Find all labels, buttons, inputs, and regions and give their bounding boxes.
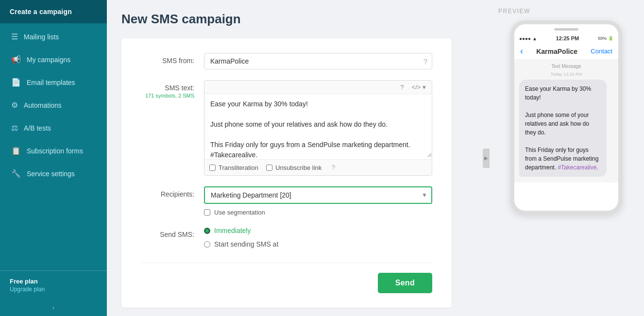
plan-name: Free plan: [10, 278, 97, 285]
transliteration-label: Transliteration: [219, 164, 258, 171]
sms-text-row: SMS text: 171 symbols, 2 SMS ? </> ▾ Eas…: [141, 80, 432, 176]
recipients-select-wrapper: Marketing Department [20] All subscriber…: [204, 186, 432, 204]
phone-messages: Text Message Today 12:24 PM Ease your Ka…: [514, 60, 618, 183]
msg-date-sub: Today 12:24 PM: [519, 72, 613, 77]
transliteration-checkbox-label[interactable]: Transliteration: [209, 164, 258, 171]
immediately-option[interactable]: Immediately: [204, 227, 432, 234]
subscription-forms-icon: 📋: [11, 146, 21, 155]
sms-symbols-count: 171 symbols, 2 SMS: [141, 93, 194, 99]
phone-mockup: ●●●● ▲ 12:25 PM 50% 🔋 ‹ KarmaPolice Cont…: [510, 20, 622, 215]
collapse-icon: ‹: [52, 304, 54, 311]
recipients-select[interactable]: Marketing Department [20] All subscriber…: [204, 186, 432, 204]
phone-contact-name: KarmaPolice: [536, 48, 577, 55]
start-sending-radio[interactable]: [204, 241, 210, 248]
preview-collapse-button[interactable]: ▶: [483, 149, 490, 168]
use-segmentation-row: Use segmentation: [204, 209, 432, 216]
sms-from-label: SMS from:: [141, 53, 204, 65]
sidebar-item-my-campaigns[interactable]: 📢 My campaigns: [0, 48, 107, 71]
msg-line3-highlight: #Takecarealive.: [558, 164, 598, 171]
email-templates-icon: 📄: [11, 78, 21, 87]
send-sms-label: Send SMS:: [141, 227, 204, 238]
start-sending-option[interactable]: Start sending SMS at: [204, 240, 432, 248]
send-sms-field: Immediately Start sending SMS at: [204, 227, 432, 248]
sms-textarea-wrapper: ? </> ▾ Ease your Karma by 30% today! Ju…: [204, 80, 432, 176]
sms-options-row: Transliteration Unsubscribe link ?: [204, 159, 432, 175]
sidebar-item-label: Service settings: [27, 170, 75, 178]
phone-nav: ‹ KarmaPolice Contact: [514, 43, 618, 60]
sidebar-item-label: Email templates: [27, 79, 75, 86]
code-toolbar-button[interactable]: </> ▾: [410, 83, 428, 92]
automations-icon: ⚙: [11, 100, 18, 110]
sidebar-item-label: Automations: [24, 101, 62, 109]
phone-time: 12:25 PM: [556, 35, 579, 41]
use-segmentation-checkbox[interactable]: [204, 209, 210, 216]
send-button[interactable]: Send: [378, 273, 432, 293]
phone-speaker: [554, 28, 578, 31]
sidebar-item-email-templates[interactable]: 📄 Email templates: [0, 71, 107, 94]
phone-back-icon: ‹: [520, 46, 523, 56]
sidebar-nav: ☰ Mailing lists 📢 My campaigns 📄 Email t…: [0, 23, 107, 270]
sidebar-item-label: A/B tests: [24, 124, 51, 132]
msg-line1: Ease your Karma by 30% today!: [525, 85, 591, 101]
unsubscribe-checkbox-label[interactable]: Unsubscribe link: [266, 164, 322, 171]
upgrade-link[interactable]: Upgrade plan: [10, 286, 97, 293]
phone-contact-link: Contact: [591, 48, 612, 55]
msg-line2: Just phone some of your relatives and as…: [525, 112, 589, 136]
service-settings-icon: 🔧: [11, 169, 21, 178]
immediately-radio[interactable]: [204, 228, 210, 234]
sms-from-row: SMS from: ?: [141, 53, 432, 69]
sidebar-collapse-button[interactable]: ‹: [0, 299, 107, 316]
form-card: SMS from: ? SMS text: 171 symbols, 2 SMS…: [121, 38, 452, 308]
sidebar-item-label: My campaigns: [27, 56, 70, 64]
sidebar-item-service-settings[interactable]: 🔧 Service settings: [0, 162, 107, 185]
collapse-chevron-icon: ▶: [484, 155, 488, 161]
unsubscribe-help-icon[interactable]: ?: [331, 164, 335, 171]
sidebar-item-subscription-forms[interactable]: 📋 Subscription forms: [0, 139, 107, 162]
recipients-row: Recipients: Marketing Department [20] Al…: [141, 186, 432, 216]
sidebar-footer: Free plan Upgrade plan: [0, 270, 107, 299]
transliteration-checkbox[interactable]: [209, 165, 216, 171]
sms-from-field: ?: [204, 53, 432, 69]
sms-text-textarea[interactable]: Ease your Karma by 30% today! Just phone…: [204, 94, 432, 157]
create-campaign-button[interactable]: Create a campaign: [0, 0, 107, 23]
button-row: Send: [141, 263, 432, 293]
sms-text-field: ? </> ▾ Ease your Karma by 30% today! Ju…: [204, 80, 432, 176]
sms-from-help-icon[interactable]: ?: [424, 57, 427, 66]
phone-battery: 50% 🔋: [598, 36, 613, 41]
sms-text-label: SMS text: 171 symbols, 2 SMS: [141, 80, 204, 99]
sidebar: Create a campaign ☰ Mailing lists 📢 My c…: [0, 0, 107, 316]
my-campaigns-icon: 📢: [11, 55, 21, 64]
phone-status-bar: ●●●● ▲ 12:25 PM 50% 🔋: [514, 33, 618, 43]
sidebar-item-label: Mailing lists: [24, 33, 59, 41]
ab-tests-icon: ⚖: [11, 123, 18, 133]
help-toolbar-button[interactable]: ?: [398, 83, 406, 92]
sidebar-item-mailing-lists[interactable]: ☰ Mailing lists: [0, 25, 107, 48]
sms-from-input-wrapper: ?: [204, 53, 432, 69]
immediately-label: Immediately: [214, 227, 251, 234]
sidebar-item-ab-tests[interactable]: ⚖ A/B tests: [0, 116, 107, 139]
mailing-lists-icon: ☰: [11, 32, 18, 41]
recipients-field: Marketing Department [20] All subscriber…: [204, 186, 432, 216]
recipients-label: Recipients:: [141, 186, 204, 198]
send-sms-row: Send SMS: Immediately Start sending SMS …: [141, 227, 432, 248]
sms-from-input[interactable]: [204, 53, 432, 69]
unsubscribe-label: Unsubscribe link: [275, 164, 322, 171]
preview-panel: PREVIEW ▶ ●●●● ▲ 12:25 PM 50% 🔋 ‹ KarmaP…: [489, 0, 644, 316]
page-title: New SMS campaign: [121, 12, 474, 27]
use-segmentation-label: Use segmentation: [214, 209, 265, 216]
sidebar-item-label: Subscription forms: [27, 147, 83, 155]
sidebar-item-automations[interactable]: ⚙ Automations: [0, 94, 107, 116]
start-sending-label: Start sending SMS at: [214, 240, 278, 248]
unsubscribe-checkbox[interactable]: [266, 165, 272, 171]
preview-label: PREVIEW: [493, 8, 530, 15]
sms-toolbar: ? </> ▾: [204, 81, 432, 94]
msg-date: Text Message: [519, 64, 613, 69]
send-time-radio-group: Immediately Start sending SMS at: [204, 227, 432, 248]
phone-signal-dots: ●●●● ▲: [519, 36, 537, 41]
main-content: New SMS campaign SMS from: ? SMS text: 1…: [107, 0, 489, 316]
msg-bubble: Ease your Karma by 30% today! Just phone…: [519, 80, 607, 177]
